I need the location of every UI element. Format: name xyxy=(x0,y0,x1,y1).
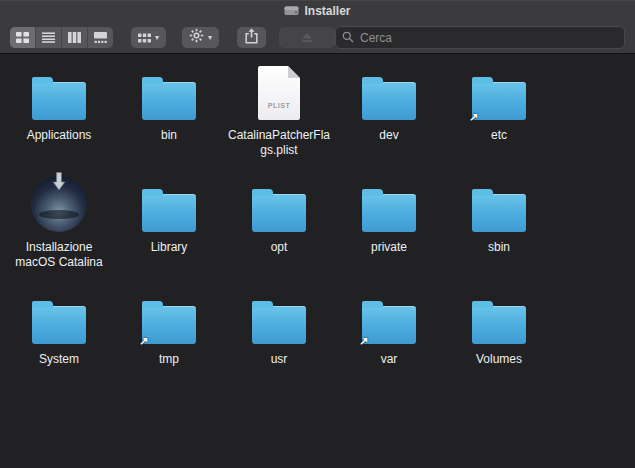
download-arrow-icon xyxy=(53,172,66,195)
item-installazione-macos-catalina[interactable]: Installazione macOS Catalina xyxy=(4,174,114,286)
search-icon xyxy=(342,29,354,47)
share-button[interactable] xyxy=(237,27,266,48)
item-label: tmp xyxy=(159,352,179,367)
icon-view-button[interactable] xyxy=(10,27,36,48)
item-volumes[interactable]: Volumes xyxy=(444,286,554,398)
list-view-button[interactable] xyxy=(36,27,62,48)
icon-view-icon xyxy=(16,29,29,47)
alias-arrow-icon: ↗ xyxy=(359,336,368,347)
alias-arrow-icon: ↗ xyxy=(139,336,148,347)
folder-icon xyxy=(32,82,86,120)
item-label: etc xyxy=(491,128,507,143)
item-label: usr xyxy=(271,352,288,367)
alias-arrow-icon: ↗ xyxy=(469,112,478,123)
item-opt[interactable]: opt xyxy=(224,174,334,286)
folder-icon xyxy=(32,306,86,344)
folder-icon xyxy=(472,82,526,120)
item-library[interactable]: Library xyxy=(114,174,224,286)
toolbar: ▾ ▾ xyxy=(0,22,635,54)
volume-proxy-icon xyxy=(284,2,299,20)
item-label: CatalinaPatcherFlags.plist xyxy=(227,128,331,158)
item-label: private xyxy=(371,240,407,255)
item-tmp[interactable]: ↗ tmp xyxy=(114,286,224,398)
item-dev[interactable]: dev xyxy=(334,62,444,174)
item-usr[interactable]: usr xyxy=(224,286,334,398)
item-label: sbin xyxy=(488,240,510,255)
page-fold-icon xyxy=(288,66,300,78)
folder-icon xyxy=(142,194,196,232)
plist-file-icon: PLIST xyxy=(258,66,300,120)
action-menu-button[interactable]: ▾ xyxy=(182,27,219,48)
plist-kind-badge: PLIST xyxy=(268,102,290,109)
chevron-down-icon: ▾ xyxy=(155,34,159,42)
list-view-icon xyxy=(42,29,55,47)
folder-icon xyxy=(252,194,306,232)
item-label: dev xyxy=(379,128,398,143)
item-label: bin xyxy=(161,128,177,143)
finder-window: Installer ▾ ▾ xyxy=(0,0,635,468)
view-mode-segmented-control xyxy=(10,27,113,48)
item-applications[interactable]: Applications xyxy=(4,62,114,174)
item-catalinapatcherflags-plist[interactable]: PLIST CatalinaPatcherFlags.plist xyxy=(224,62,334,174)
item-private[interactable]: private xyxy=(334,174,444,286)
file-browser-content: Applications bin PLIST CatalinaPatcherFl… xyxy=(0,54,635,468)
item-label: System xyxy=(39,352,79,367)
search-field xyxy=(335,26,625,49)
gallery-view-icon xyxy=(94,29,107,47)
folder-icon xyxy=(362,306,416,344)
folder-icon xyxy=(142,82,196,120)
gear-icon xyxy=(189,28,204,47)
gallery-view-button[interactable] xyxy=(88,27,113,48)
folder-icon xyxy=(252,306,306,344)
item-label: Installazione macOS Catalina xyxy=(7,240,111,270)
folder-icon xyxy=(362,82,416,120)
eject-button[interactable] xyxy=(279,27,335,48)
item-sbin[interactable]: sbin xyxy=(444,174,554,286)
item-system[interactable]: System xyxy=(4,286,114,398)
search-input[interactable] xyxy=(358,30,618,46)
group-by-button[interactable]: ▾ xyxy=(131,27,166,48)
chevron-down-icon: ▾ xyxy=(208,34,212,42)
column-view-icon xyxy=(68,29,81,47)
item-label: var xyxy=(381,352,398,367)
share-icon xyxy=(244,28,259,48)
item-label: Applications xyxy=(27,128,92,143)
folder-icon xyxy=(362,194,416,232)
window-title: Installer xyxy=(304,4,350,18)
folder-icon xyxy=(472,306,526,344)
item-label: Library xyxy=(151,240,188,255)
group-by-icon xyxy=(138,29,151,47)
title-bar: Installer xyxy=(0,0,635,22)
column-view-button[interactable] xyxy=(62,27,88,48)
eject-icon xyxy=(301,29,313,47)
item-etc[interactable]: ↗ etc xyxy=(444,62,554,174)
item-bin[interactable]: bin xyxy=(114,62,224,174)
item-label: Volumes xyxy=(476,352,522,367)
icon-grid: Applications bin PLIST CatalinaPatcherFl… xyxy=(4,62,635,398)
folder-icon xyxy=(142,306,196,344)
installer-app-icon xyxy=(31,176,87,232)
item-var[interactable]: ↗ var xyxy=(334,286,444,398)
item-label: opt xyxy=(271,240,288,255)
folder-icon xyxy=(472,194,526,232)
